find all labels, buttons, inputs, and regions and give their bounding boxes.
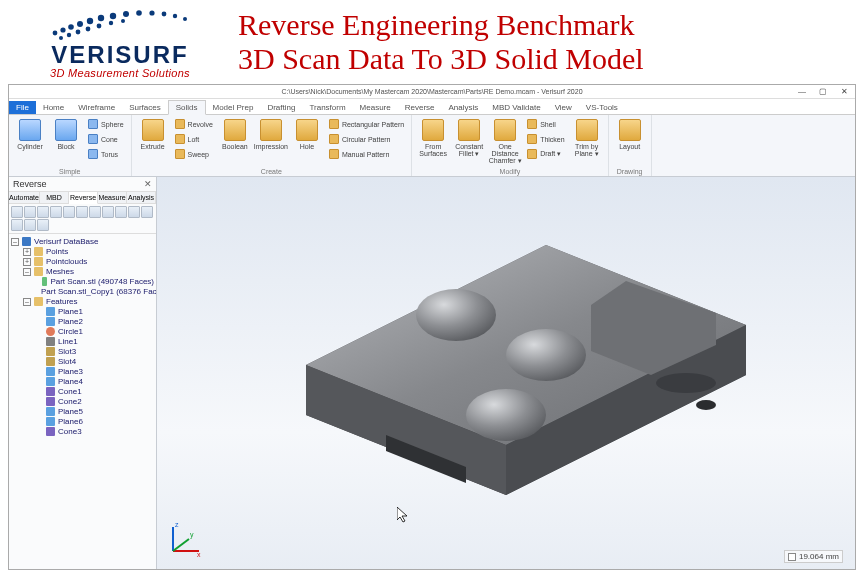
sweep-icon [175,149,185,159]
subtab-mbd[interactable]: MBD [40,192,69,203]
tree-node[interactable]: Cone3 [11,427,154,437]
workarea: Reverse ✕ Automate MBD Reverse Measure A… [9,177,855,569]
tree-node[interactable]: Plane2 [11,317,154,327]
panel-close-icon[interactable]: ✕ [144,179,152,189]
tree-node[interactable]: +Pointclouds [11,257,154,267]
subtab-reverse[interactable]: Reverse [69,192,98,204]
tree-node[interactable]: Circle1 [11,327,154,337]
from-surfaces-button[interactable]: From Surfaces [416,117,450,157]
tab-solids[interactable]: Solids [168,100,206,115]
tree-node[interactable]: –Features [11,297,154,307]
expand-icon[interactable]: – [23,268,31,276]
thicken-button[interactable]: Thicken [524,132,568,146]
manual-pattern-button[interactable]: Manual Pattern [326,147,407,161]
expand-icon[interactable]: + [23,248,31,256]
tab-wireframe[interactable]: Wireframe [71,101,122,114]
layout-button[interactable]: Layout [613,117,647,150]
panel-tool-11[interactable] [11,219,23,231]
cylinder-button[interactable]: Cylinder [13,117,47,150]
tree-node[interactable]: Line1 [11,337,154,347]
minimize-button[interactable]: — [793,87,811,97]
cursor-icon [397,507,409,523]
sphere-button[interactable]: Sphere [85,117,127,131]
panel-tool-9[interactable] [128,206,140,218]
extrude-button[interactable]: Extrude [136,117,170,150]
hole-button[interactable]: Hole [290,117,324,150]
tree-node[interactable]: Plane3 [11,367,154,377]
tree-node[interactable]: Slot3 [11,347,154,357]
tab-analysis[interactable]: Analysis [442,101,486,114]
tab-model-prep[interactable]: Model Prep [206,101,261,114]
ti-cone-icon [46,387,55,396]
tree-label: Features [46,297,78,306]
tree-node[interactable]: +Points [11,247,154,257]
tree-node[interactable]: Part Scan.stl (490748 Faces) [11,277,154,287]
tree-node[interactable]: –Verisurf DataBase [11,237,154,247]
cone-button[interactable]: Cone [85,132,127,146]
trim-by-plane-icon [576,119,598,141]
trim-by-plane-button[interactable]: Trim by Plane ▾ [570,117,604,157]
torus-button[interactable]: Torus [85,147,127,161]
tree-node[interactable]: –Meshes [11,267,154,277]
panel-tool-1[interactable] [24,206,36,218]
svg-point-14 [67,33,71,37]
tree-node[interactable]: Slot4 [11,357,154,367]
chamfer-button[interactable]: One Distance Chamfer ▾ [488,117,522,164]
tab-drafting[interactable]: Drafting [260,101,302,114]
ti-plane-icon [46,307,55,316]
loft-button[interactable]: Loft [172,132,216,146]
tree-node[interactable]: Plane5 [11,407,154,417]
impression-button[interactable]: Impression [254,117,288,150]
subtab-analysis[interactable]: Analysis [127,192,156,203]
revolve-button[interactable]: Revolve [172,117,216,131]
tab-view[interactable]: View [548,101,579,114]
tree-node[interactable]: Cone1 [11,387,154,397]
panel-tool-3[interactable] [50,206,62,218]
expand-icon[interactable]: – [23,298,31,306]
panel-tool-8[interactable] [115,206,127,218]
circ-pattern-button[interactable]: Circular Pattern [326,132,407,146]
tab-reverse[interactable]: Reverse [398,101,442,114]
tree-node[interactable]: Plane1 [11,307,154,317]
group-label-simple: Simple [13,167,127,175]
expand-icon[interactable]: – [11,238,19,246]
panel-tool-13[interactable] [37,219,49,231]
fillet-button[interactable]: Constant Fillet ▾ [452,117,486,157]
panel-tool-2[interactable] [37,206,49,218]
shell-button[interactable]: Shell [524,117,568,131]
group-label-modify: Modify [416,167,604,175]
draft-button[interactable]: Draft ▾ [524,147,568,161]
panel-tool-0[interactable] [11,206,23,218]
tree-node[interactable]: Plane4 [11,377,154,387]
close-button[interactable]: ✕ [835,87,853,97]
panel-tool-6[interactable] [89,206,101,218]
panel-tool-7[interactable] [102,206,114,218]
tree-node[interactable]: Part Scan.stl_Copy1 (68376 Faces) [11,287,154,297]
boolean-button[interactable]: Boolean [218,117,252,150]
tab-home[interactable]: Home [36,101,71,114]
panel-tool-12[interactable] [24,219,36,231]
tab-surfaces[interactable]: Surfaces [122,101,168,114]
rect-pattern-button[interactable]: Rectangular Pattern [326,117,407,131]
svg-point-0 [53,31,58,36]
block-button[interactable]: Block [49,117,83,150]
maximize-button[interactable]: ▢ [814,87,832,97]
expand-icon[interactable]: + [23,258,31,266]
subtab-measure[interactable]: Measure [98,192,127,203]
svg-point-15 [76,30,81,35]
tree-node[interactable]: Cone2 [11,397,154,407]
tab-transform[interactable]: Transform [302,101,352,114]
tab-vs-tools[interactable]: VS-Tools [579,101,625,114]
panel-tool-4[interactable] [63,206,75,218]
tree-node[interactable]: Plane6 [11,417,154,427]
viewport[interactable]: z x y 19.064 mm [157,177,855,569]
tree-label: Part Scan.stl_Copy1 (68376 Faces) [41,287,156,296]
subtab-automate[interactable]: Automate [9,192,40,203]
panel-tool-5[interactable] [76,206,88,218]
tab-mbd-validate[interactable]: MBD Validate [485,101,547,114]
tab-measure[interactable]: Measure [353,101,398,114]
panel-tool-10[interactable] [141,206,153,218]
measurement-readout: 19.064 mm [784,550,843,563]
tab-file[interactable]: File [9,101,36,114]
sweep-button[interactable]: Sweep [172,147,216,161]
